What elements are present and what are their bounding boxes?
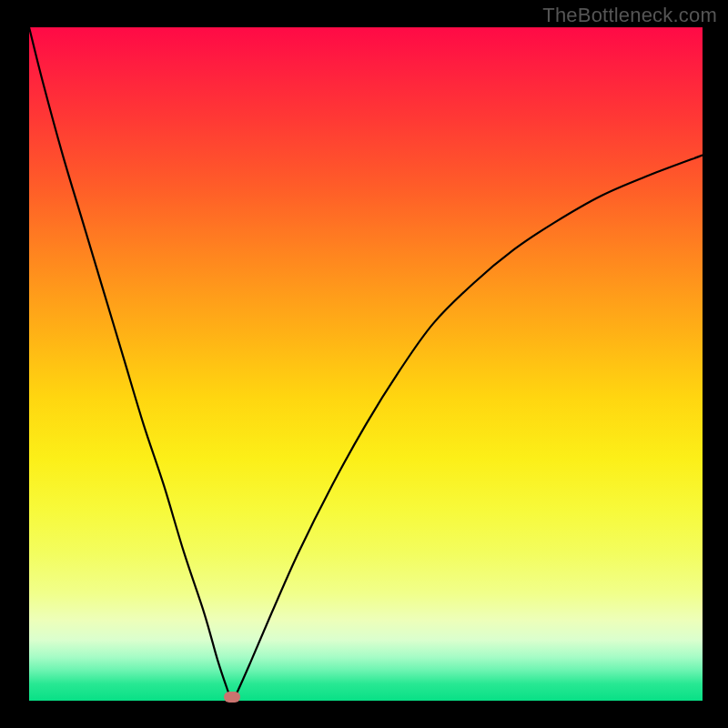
watermark-text: TheBottleneck.com <box>542 4 717 27</box>
minimum-marker <box>224 692 240 703</box>
bottleneck-curve <box>29 27 703 701</box>
chart-plot-area <box>29 27 703 701</box>
